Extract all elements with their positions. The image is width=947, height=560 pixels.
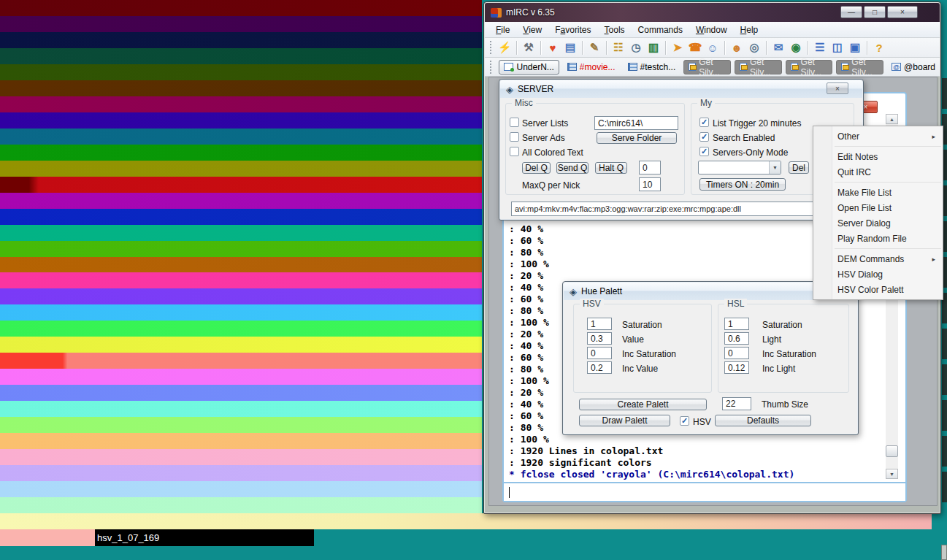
palette-stripe-6[interactable] bbox=[0, 96, 482, 112]
list-trigger-checkbox[interactable]: ✓ bbox=[699, 118, 709, 127]
hsv-field-inc-value[interactable]: 0.2 bbox=[587, 361, 612, 374]
server-combobox[interactable]: ▼ bbox=[698, 161, 781, 174]
favorites-icon[interactable]: ♥ bbox=[545, 40, 561, 55]
add-user-icon[interactable]: ☺ bbox=[705, 40, 721, 55]
menu-item-quit-irc[interactable]: Quit IRC bbox=[813, 164, 943, 180]
hsl-field-inc-light[interactable]: 0.12 bbox=[724, 361, 749, 374]
palette-stripe-17[interactable] bbox=[0, 272, 482, 288]
palette-stripe-28[interactable] bbox=[0, 449, 482, 465]
help-books-icon[interactable]: ▥ bbox=[645, 40, 662, 55]
color-palette-window[interactable] bbox=[0, 0, 482, 513]
tile-horizontal-icon[interactable]: ▣ bbox=[847, 40, 863, 55]
timers-button[interactable]: Timers ON : 20min bbox=[699, 178, 786, 191]
tile-vertical-icon[interactable]: ◫ bbox=[829, 40, 846, 55]
switch-channel-movie[interactable]: #movie... bbox=[563, 60, 620, 74]
palette-stripe-22[interactable] bbox=[0, 353, 482, 369]
servers-only-checkbox[interactable]: ✓ bbox=[699, 147, 709, 156]
maxq-field[interactable]: 10 bbox=[639, 177, 661, 191]
palette-salmon-stripe[interactable] bbox=[0, 529, 95, 546]
all-colored-text-checkbox[interactable] bbox=[510, 147, 519, 156]
palette-stripe-14[interactable] bbox=[0, 225, 482, 241]
switch-window-board[interactable]: @@board bbox=[887, 60, 940, 74]
menu-tools[interactable]: Tools bbox=[598, 23, 632, 37]
palette-stripe-8[interactable] bbox=[0, 129, 482, 145]
menu-item-open-file-list[interactable]: Open File List bbox=[813, 200, 943, 215]
hsl-field-inc-saturation[interactable]: 0 bbox=[724, 347, 749, 359]
dropdown-arrow-icon[interactable]: ▼ bbox=[769, 161, 781, 174]
switchbar-drag-handle[interactable] bbox=[490, 61, 492, 74]
menu-item-play-random-file[interactable]: Play Random File bbox=[813, 231, 943, 246]
send-q-button[interactable]: Send Q bbox=[556, 162, 588, 174]
palette-stripe-27[interactable] bbox=[0, 433, 482, 449]
minimize-button[interactable]: — bbox=[840, 6, 862, 18]
menu-item-make-file-list[interactable]: Make File List bbox=[813, 185, 943, 200]
hsv-field-inc-saturation[interactable]: 0 bbox=[587, 347, 612, 359]
hsv-mode-checkbox[interactable]: ✓ bbox=[680, 416, 689, 426]
palette-stripe-19[interactable] bbox=[0, 304, 482, 321]
menu-favorites[interactable]: Favorites bbox=[548, 23, 597, 37]
cascade-icon[interactable]: ☰ bbox=[812, 40, 828, 55]
palette-stripe-0[interactable] bbox=[0, 0, 482, 16]
palette-stripe-25[interactable] bbox=[0, 401, 482, 417]
palette-stripe-30[interactable] bbox=[0, 481, 482, 497]
dcc-send-icon[interactable]: ➤ bbox=[670, 40, 686, 55]
defaults-button[interactable]: Defaults bbox=[715, 415, 811, 426]
menu-item-hsv-color-palett[interactable]: HSV Color Palett bbox=[813, 282, 943, 297]
palette-stripe-2[interactable] bbox=[0, 32, 482, 48]
server-dialog-close-button[interactable]: × bbox=[827, 83, 848, 94]
del-button[interactable]: Del bbox=[789, 161, 809, 174]
help-icon[interactable]: ? bbox=[871, 40, 887, 55]
menu-window[interactable]: Window bbox=[689, 23, 734, 37]
scripts-editor-icon[interactable]: ✎ bbox=[586, 40, 602, 55]
menu-file[interactable]: File bbox=[489, 23, 516, 37]
palette-stripe-31[interactable] bbox=[0, 497, 482, 513]
hsv-field-saturation[interactable]: 1 bbox=[587, 318, 612, 330]
query-icon[interactable]: ☻ bbox=[729, 40, 745, 55]
halt-q-button[interactable]: Halt Q bbox=[595, 162, 627, 174]
connect-icon[interactable]: ⚡ bbox=[496, 40, 513, 55]
timer-icon[interactable]: ◷ bbox=[628, 40, 644, 55]
palette-stripe-15[interactable] bbox=[0, 241, 482, 257]
scroll-up-icon[interactable]: ▲ bbox=[886, 114, 898, 124]
thumb-size-field[interactable]: 22 bbox=[722, 397, 751, 410]
address-book-icon[interactable]: ☷ bbox=[610, 40, 626, 55]
menu-view[interactable]: View bbox=[516, 23, 548, 37]
close-button[interactable]: × bbox=[887, 6, 918, 18]
search-enabled-checkbox[interactable]: ✓ bbox=[699, 132, 709, 142]
scroll-down-icon[interactable]: ▼ bbox=[886, 469, 898, 479]
server-ads-checkbox[interactable] bbox=[510, 132, 519, 142]
notify-icon[interactable]: ✉ bbox=[770, 40, 786, 55]
server-lists-checkbox[interactable] bbox=[510, 118, 519, 127]
palette-stripe-11[interactable] bbox=[0, 177, 482, 193]
switch-status-undernet[interactable]: UnderN... bbox=[499, 60, 559, 74]
server-dialog-titlebar[interactable]: ◈ SERVER bbox=[500, 80, 862, 98]
switch-channel-testch[interactable]: #testch... bbox=[624, 60, 680, 74]
palette-stripe-16[interactable] bbox=[0, 257, 482, 273]
titlebar[interactable]: mIRC v 6.35 — □ × bbox=[485, 3, 940, 22]
hsl-field-light[interactable]: 0.6 bbox=[724, 332, 749, 345]
palette-bottom-stripe[interactable] bbox=[0, 513, 932, 529]
palette-stripe-3[interactable] bbox=[0, 48, 482, 64]
finger-icon[interactable]: ◎ bbox=[746, 40, 762, 55]
palette-stripe-4[interactable] bbox=[0, 64, 482, 80]
hsl-field-saturation[interactable]: 1 bbox=[724, 318, 749, 330]
hsv-field-value[interactable]: 0.3 bbox=[587, 332, 612, 345]
palette-stripe-26[interactable] bbox=[0, 417, 482, 433]
toolbar-drag-handle[interactable] bbox=[490, 41, 493, 54]
scrollbar-thumb[interactable] bbox=[886, 445, 898, 457]
q-count-field[interactable]: 0 bbox=[639, 161, 661, 174]
switch-get-2[interactable]: Get Silv... bbox=[735, 60, 782, 74]
palette-stripe-9[interactable] bbox=[0, 145, 482, 161]
menu-item-hsv-dialog[interactable]: HSV Dialog bbox=[813, 266, 943, 282]
palette-stripe-1[interactable] bbox=[0, 16, 482, 32]
menu-item-edit-notes[interactable]: Edit Notes bbox=[813, 149, 943, 164]
draw-palett-button[interactable]: Draw Palett bbox=[579, 415, 670, 426]
menu-item-other[interactable]: Other▸ bbox=[813, 129, 943, 144]
palette-stripe-20[interactable] bbox=[0, 321, 482, 337]
urls-icon[interactable]: ◉ bbox=[788, 40, 804, 55]
del-q-button[interactable]: Del Q bbox=[522, 162, 551, 174]
server-path-field[interactable]: C:\mirc614\ bbox=[594, 116, 678, 130]
switch-get-1[interactable]: Get Silv... bbox=[683, 60, 731, 74]
switch-get-4[interactable]: Get Silv... bbox=[836, 60, 883, 74]
serve-folder-button[interactable]: Serve Folder bbox=[597, 132, 677, 144]
